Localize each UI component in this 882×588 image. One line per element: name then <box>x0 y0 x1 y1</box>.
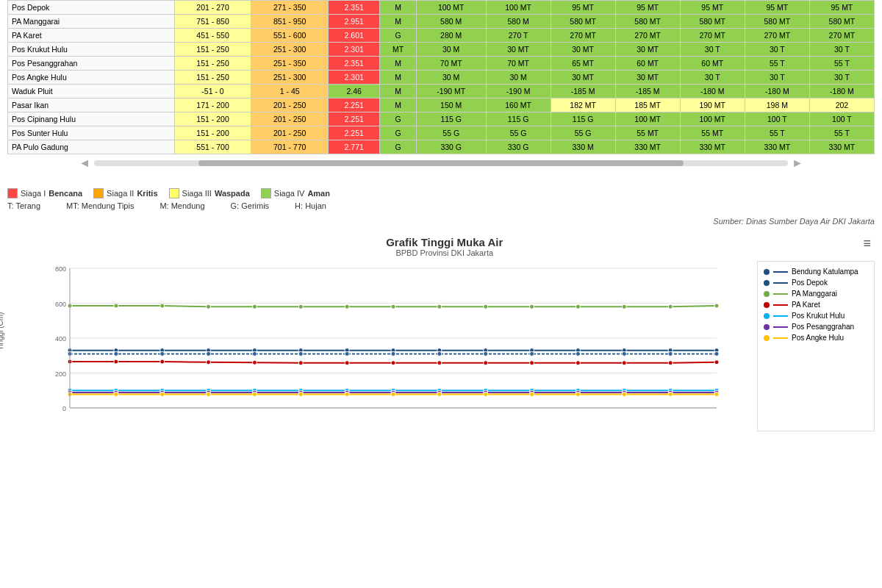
row-9-col-5: 55 MT <box>680 126 745 140</box>
svg-point-65 <box>530 361 534 365</box>
row-4-col-2: 70 MT <box>486 57 551 71</box>
row-2-col-1: 280 M <box>416 29 486 43</box>
siaga-label: Siaga IV <box>274 189 305 198</box>
svg-point-27 <box>160 351 165 356</box>
svg-point-56 <box>114 359 118 364</box>
svg-point-114 <box>714 392 719 396</box>
legend-dot <box>764 335 770 341</box>
svg-point-69 <box>714 360 719 365</box>
siaga-legend-item-siaga-i: Siaga IBencana <box>7 188 82 198</box>
row-name-10: PA Pulo Gadung <box>8 140 175 154</box>
row-2-col-4: 270 MT <box>615 29 680 43</box>
row-10-col-6: 330 MT <box>745 140 809 154</box>
row-5-col-6: 30 T <box>745 71 809 85</box>
row-3-col-6: 30 T <box>745 43 809 57</box>
chart-title-area: Grafik Tinggi Muka Air BPBD Provinsi DKI… <box>29 236 859 257</box>
row-0-col-2: 100 MT <box>486 1 551 15</box>
svg-point-60 <box>298 361 303 365</box>
svg-text:400: 400 <box>55 335 66 343</box>
row-1-col-5: 580 MT <box>680 15 745 29</box>
svg-point-50 <box>530 304 534 309</box>
row-6-col-7: -180 M <box>809 85 874 98</box>
siaga-legend-item-siaga-iii: Siaga IIIWaspada <box>169 188 250 198</box>
row-0-col-5: 95 MT <box>680 1 745 15</box>
svg-point-51 <box>576 304 580 309</box>
svg-point-42 <box>160 304 165 308</box>
legend-dot <box>764 313 770 319</box>
row-10-col-4: 330 MT <box>615 140 680 154</box>
row-7-col-4: 185 MT <box>615 98 680 112</box>
abbrev-item: G: Gerimis <box>231 201 270 210</box>
svg-point-58 <box>207 360 211 365</box>
chart-legend-item-pos-depok: Pos Depok <box>764 279 868 287</box>
svg-point-109 <box>484 392 488 396</box>
svg-point-64 <box>484 361 488 365</box>
row-1-col-0: M <box>380 15 416 29</box>
chart-title: Grafik Tinggi Muka Air <box>29 236 859 248</box>
row-0-col-3: 95 MT <box>551 1 615 15</box>
scroll-right-arrow[interactable]: ► <box>792 157 803 170</box>
row-3-col-7: 30 T <box>809 43 874 57</box>
siaga-sub: Aman <box>307 189 330 198</box>
row-normal-high-0: 271 - 350 <box>251 1 329 15</box>
row-name-1: PA Manggarai <box>8 15 175 29</box>
row-3-col-5: 30 T <box>680 43 745 57</box>
svg-text:0: 0 <box>62 405 66 412</box>
svg-point-54 <box>714 304 719 308</box>
row-1-col-2: 580 M <box>486 15 551 29</box>
row-status-6: 2.46 <box>328 85 379 98</box>
row-4-col-5: 60 MT <box>680 57 745 71</box>
svg-point-52 <box>622 304 626 309</box>
svg-point-107 <box>391 392 395 396</box>
row-name-0: Pos Depok <box>8 1 175 15</box>
svg-point-106 <box>345 392 349 396</box>
scrollbar-thumb[interactable] <box>198 160 684 166</box>
chart-menu-button[interactable]: ≡ <box>859 236 875 251</box>
row-1-col-7: 580 MT <box>809 15 874 29</box>
row-7-col-6: 198 M <box>745 98 809 112</box>
row-9-col-4: 55 MT <box>615 126 680 140</box>
scroll-left-arrow[interactable]: ◄ <box>79 157 90 170</box>
row-status-1: 2.951 <box>328 15 379 29</box>
svg-point-61 <box>345 361 349 365</box>
row-status-3: 2.301 <box>328 43 379 57</box>
row-6-col-6: -180 M <box>745 85 809 98</box>
svg-point-63 <box>437 361 442 365</box>
svg-point-41 <box>114 304 118 308</box>
row-4-col-0: M <box>380 57 416 71</box>
svg-point-102 <box>160 392 165 396</box>
row-normal-high-1: 851 - 950 <box>251 15 329 29</box>
svg-point-111 <box>576 392 580 396</box>
row-5-col-3: 30 MT <box>551 71 615 85</box>
siaga-label: Siaga II <box>107 189 134 198</box>
row-7-col-7: 202 <box>809 98 874 112</box>
svg-point-45 <box>298 304 303 309</box>
svg-point-112 <box>622 392 626 396</box>
y-axis-label: Tinggi (Cm) <box>0 312 4 351</box>
row-3-col-3: 30 MT <box>551 43 615 57</box>
row-6-col-1: -190 MT <box>416 85 486 98</box>
row-10-col-1: 330 G <box>416 140 486 154</box>
svg-point-62 <box>391 361 395 365</box>
scrollbar-area[interactable]: ◄ ► <box>7 154 875 172</box>
row-status-5: 2.301 <box>328 71 379 85</box>
row-5-col-0: M <box>380 71 416 85</box>
scrollbar-track[interactable] <box>94 160 788 166</box>
svg-point-57 <box>160 359 165 364</box>
legend-dot <box>764 291 770 297</box>
row-3-col-0: MT <box>380 43 416 57</box>
svg-point-103 <box>207 392 211 396</box>
legend-label: Pos Angke Hulu <box>792 334 844 342</box>
row-3-col-2: 30 MT <box>486 43 551 57</box>
row-1-col-1: 580 M <box>416 15 486 29</box>
legend-dot <box>764 280 770 286</box>
svg-text:800: 800 <box>55 265 66 273</box>
siaga-sub: Kritis <box>137 189 157 198</box>
siaga-color-Siaga III <box>169 188 179 198</box>
svg-point-113 <box>668 392 673 396</box>
svg-point-26 <box>114 351 118 356</box>
row-normal-high-8: 201 - 250 <box>251 112 329 126</box>
svg-point-68 <box>668 361 673 365</box>
row-3-col-4: 30 MT <box>615 43 680 57</box>
row-normal-high-3: 251 - 300 <box>251 43 329 57</box>
